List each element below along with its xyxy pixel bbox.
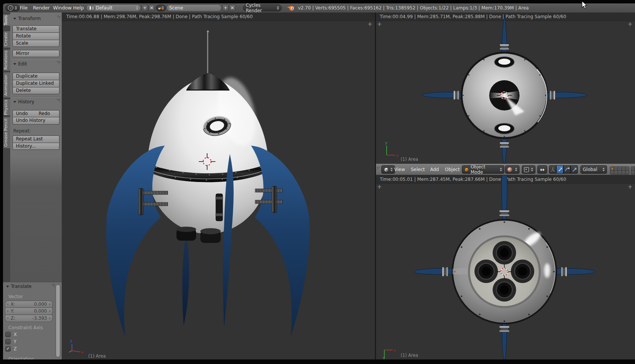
layer-cell[interactable] bbox=[631, 167, 635, 170]
shelf-tab-tools[interactable]: Tools bbox=[3, 14, 10, 26]
layer-cell[interactable] bbox=[626, 171, 629, 174]
menu-window[interactable]: Window bbox=[51, 3, 73, 12]
constraint-y-row[interactable]: Y bbox=[5, 339, 16, 344]
menu-object[interactable]: Object bbox=[445, 164, 460, 175]
rendered-rocket-bottom-view: x y bbox=[376, 175, 635, 359]
expand-region-icon[interactable]: + bbox=[367, 22, 373, 27]
chevron-up-down-icon bbox=[602, 168, 605, 171]
menu-add[interactable]: Add bbox=[430, 164, 439, 175]
menu-view[interactable]: View bbox=[394, 164, 405, 175]
menu-file[interactable]: File bbox=[18, 3, 29, 12]
constraint-x-row[interactable]: X bbox=[5, 332, 17, 337]
scale-button[interactable]: Scale bbox=[12, 40, 59, 47]
menu-render[interactable]: Render bbox=[31, 3, 51, 12]
shelf-tab-physics[interactable]: Physics bbox=[3, 99, 10, 116]
browse-scene-button[interactable] bbox=[156, 5, 166, 11]
screen-layout-selector[interactable]: Default bbox=[86, 5, 141, 11]
constraint-z-row[interactable]: ✓ Z bbox=[5, 346, 17, 352]
layer-cell[interactable] bbox=[631, 171, 635, 174]
layer-cell[interactable] bbox=[626, 167, 629, 170]
add-scene-button[interactable]: + bbox=[222, 5, 229, 11]
vector-y-field[interactable]: Y: 0.000 bbox=[5, 308, 53, 315]
porthole-bottom bbox=[495, 123, 514, 134]
undo-button[interactable]: Undo bbox=[12, 110, 36, 117]
close-scene-button[interactable]: ✕ bbox=[229, 5, 236, 11]
layers-widget-right[interactable] bbox=[631, 166, 635, 174]
layer-cell[interactable] bbox=[622, 167, 625, 170]
panel-header-history[interactable]: History bbox=[13, 99, 34, 105]
tool-shelf: Transform Translate Rotate Scale Mirror … bbox=[10, 12, 62, 282]
pivot-point-selector[interactable] bbox=[522, 165, 535, 174]
undo-history-button[interactable]: Undo History bbox=[12, 117, 59, 124]
layer-cell[interactable] bbox=[622, 171, 625, 174]
translate-button[interactable]: Translate bbox=[12, 25, 59, 33]
layers-widget-left[interactable] bbox=[610, 166, 629, 174]
vector-z-field[interactable]: Z: -3.393 bbox=[5, 315, 53, 322]
checkbox-z-checked[interactable]: ✓ bbox=[5, 346, 11, 352]
duplicate-button[interactable]: Duplicate bbox=[12, 73, 59, 80]
operator-panel-translate: Translate Vector X: 0.000 Y: 0.000 Z: -3… bbox=[3, 282, 62, 360]
orientation-value: Global bbox=[583, 167, 597, 172]
expand-region-icon[interactable]: + bbox=[627, 22, 633, 27]
viewport-bottom[interactable]: Time:00:05.01 | Mem:287.45M, Peak:287.66… bbox=[376, 175, 635, 359]
manipulator-toggle[interactable]: ↔ bbox=[537, 165, 547, 174]
panel-drag-grip[interactable] bbox=[54, 16, 60, 21]
duplicate-linked-button[interactable]: Duplicate Linked bbox=[12, 80, 59, 87]
chevron-up-down-icon bbox=[500, 168, 502, 171]
scene-selector[interactable]: Scene bbox=[167, 5, 222, 11]
panel-drag-grip[interactable] bbox=[54, 99, 60, 104]
menu-help[interactable]: Help bbox=[72, 3, 86, 12]
expand-region-icon[interactable]: + bbox=[627, 185, 633, 190]
translate-manipulator-button[interactable] bbox=[556, 165, 563, 174]
shelf-tab-create[interactable]: Create bbox=[3, 31, 10, 48]
viewport-top[interactable]: Time:00:04.99 | Mem:285.71M, Peak:285.88… bbox=[376, 12, 635, 164]
redo-button[interactable]: Redo bbox=[36, 110, 59, 117]
shelf-tab-grease-pencil[interactable]: Grease Pencil bbox=[3, 117, 10, 149]
layer-cell[interactable] bbox=[614, 167, 618, 170]
manipulator-buttons bbox=[549, 165, 578, 174]
mirror-button[interactable]: Mirror bbox=[12, 50, 59, 57]
delete-button[interactable]: Delete bbox=[12, 87, 59, 94]
shelf-tab-relations[interactable]: Relations bbox=[3, 49, 10, 71]
scale-manipulator-button[interactable] bbox=[571, 165, 578, 174]
transform-orientation-selector[interactable]: Global bbox=[580, 165, 607, 174]
operator-panel-header[interactable]: Translate bbox=[6, 283, 32, 289]
add-layout-button[interactable]: + bbox=[142, 5, 148, 11]
area-label-front: (1) Area bbox=[88, 353, 106, 359]
scene-name: Scene bbox=[169, 5, 183, 11]
expand-region-icon[interactable]: + bbox=[377, 185, 382, 190]
history-dialog-button[interactable]: History... bbox=[12, 143, 59, 150]
panel-drag-grip[interactable] bbox=[54, 61, 60, 66]
panel-drag-grip[interactable] bbox=[49, 284, 55, 289]
info-icon: i bbox=[8, 5, 13, 11]
manipulator-axes-button[interactable] bbox=[549, 165, 556, 174]
panel-header-edit[interactable]: Edit bbox=[13, 61, 27, 67]
rotate-button[interactable]: Rotate bbox=[12, 33, 59, 40]
checkbox-y[interactable] bbox=[5, 339, 11, 344]
layer-cell[interactable] bbox=[618, 167, 621, 170]
vector-x-field[interactable]: X: 0.000 bbox=[5, 300, 53, 308]
layer-cell-active[interactable] bbox=[610, 167, 614, 170]
menu-select[interactable]: Select bbox=[411, 164, 425, 175]
viewport-shading-selector[interactable] bbox=[505, 165, 520, 174]
checkbox-x[interactable] bbox=[5, 332, 11, 337]
viewport-front[interactable]: Time:00:06.88 | Mem:298.76M, Peak:298.76… bbox=[62, 12, 375, 359]
scene-statistics: v2.70 | Verts:695505 | Faces:695162 | Tr… bbox=[298, 3, 529, 12]
editor-type-selector[interactable] bbox=[381, 165, 395, 174]
editor-type-info-button[interactable]: i bbox=[5, 5, 20, 11]
close-layout-button[interactable]: ✕ bbox=[148, 5, 155, 11]
layout-icon bbox=[89, 6, 94, 10]
render-engine-selector[interactable]: Cycles Render bbox=[243, 5, 282, 11]
mouse-cursor bbox=[582, 1, 589, 10]
repeat-last-button[interactable]: Repeat Last bbox=[12, 135, 59, 143]
mode-selector[interactable]: Object Mode bbox=[462, 165, 504, 174]
panel-header-transform[interactable]: Transform bbox=[13, 16, 41, 22]
expand-region-icon[interactable]: + bbox=[377, 22, 382, 27]
layer-cell[interactable] bbox=[610, 171, 614, 174]
rotate-manipulator-button[interactable] bbox=[563, 165, 571, 174]
layer-cell[interactable] bbox=[618, 171, 621, 174]
svg-text:y: y bbox=[383, 356, 385, 359]
shelf-tab-animation[interactable]: Animation bbox=[3, 72, 10, 98]
layer-cell[interactable] bbox=[614, 171, 618, 174]
operator-panel-scrollbar[interactable] bbox=[56, 285, 60, 357]
